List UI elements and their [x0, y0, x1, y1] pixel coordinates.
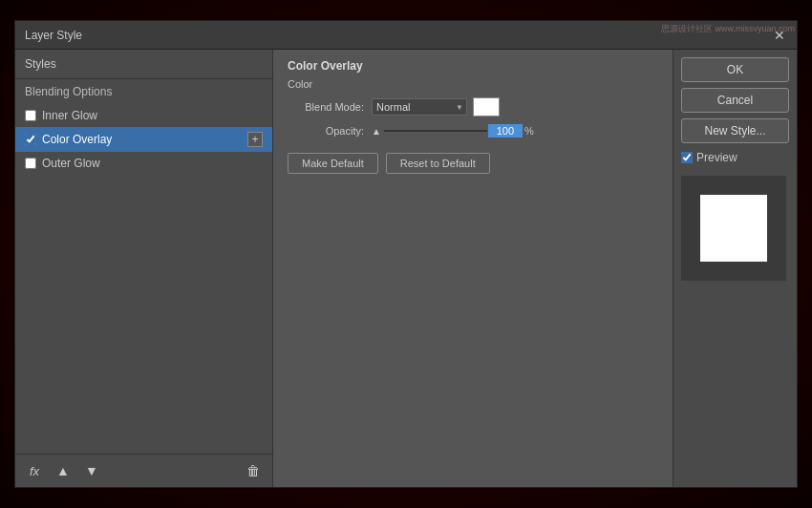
inner-glow-checkbox[interactable] — [25, 110, 36, 121]
delete-button[interactable]: 🗑 — [242, 461, 265, 480]
cancel-button[interactable]: Cancel — [681, 88, 789, 113]
right-panel: OK Cancel New Style... Preview — [673, 50, 797, 487]
outer-glow-label: Outer Glow — [42, 157, 100, 170]
blend-mode-wrapper: Normal Multiply Screen Overlay Darken Li… — [372, 98, 467, 116]
opacity-slider[interactable] — [383, 129, 488, 133]
slider-container: ▲ — [372, 126, 488, 137]
subsection-title: Color — [288, 78, 658, 90]
blend-mode-select[interactable]: Normal Multiply Screen Overlay Darken Li… — [372, 98, 467, 116]
slider-icon: ▲ — [372, 126, 381, 137]
preview-inner-white — [700, 195, 767, 262]
left-panel-footer: fx ▲ ▼ 🗑 — [15, 454, 272, 487]
watermark: 思源设计社区 www.missvyuan.com — [661, 23, 795, 35]
inner-glow-item[interactable]: Inner Glow — [15, 104, 272, 127]
blend-mode-row: Blend Mode: Normal Multiply Screen Overl… — [288, 97, 658, 116]
layer-style-dialog: Layer Style ✕ Styles Blending Options In… — [14, 20, 798, 488]
styles-header: Styles — [15, 50, 272, 79]
preview-box — [681, 176, 786, 281]
outer-glow-checkbox[interactable] — [25, 158, 36, 169]
dialog-title: Layer Style — [25, 29, 82, 42]
color-swatch[interactable] — [473, 97, 500, 116]
dialog-body: Styles Blending Options Inner Glow Color… — [15, 50, 797, 487]
blending-options-label: Blending Options — [15, 79, 272, 104]
color-overlay-checkbox[interactable] — [25, 134, 36, 145]
move-up-button[interactable]: ▲ — [52, 461, 75, 480]
section-title: Color Overlay — [288, 59, 658, 73]
center-panel: Color Overlay Color Blend Mode: Normal M… — [273, 50, 673, 487]
color-overlay-item[interactable]: Color Overlay + — [15, 127, 272, 152]
action-buttons: Make Default Reset to Default — [288, 153, 658, 174]
blend-mode-label: Blend Mode: — [288, 101, 364, 113]
move-down-button[interactable]: ▼ — [80, 461, 103, 480]
preview-row: Preview — [681, 149, 789, 166]
left-panel: Styles Blending Options Inner Glow Color… — [15, 50, 273, 487]
ok-button[interactable]: OK — [681, 57, 789, 82]
color-overlay-label: Color Overlay — [42, 133, 112, 146]
color-overlay-add-button[interactable]: + — [247, 132, 263, 147]
fx-button[interactable]: fx — [23, 461, 46, 480]
outer-glow-item[interactable]: Outer Glow — [15, 152, 272, 175]
reset-to-default-button[interactable]: Reset to Default — [386, 153, 490, 174]
preview-checkbox[interactable] — [681, 152, 693, 163]
opacity-label: Opacity: — [288, 125, 364, 137]
new-style-button[interactable]: New Style... — [681, 118, 789, 143]
preview-label: Preview — [696, 151, 737, 164]
opacity-row: Opacity: ▲ % — [288, 124, 658, 138]
inner-glow-label: Inner Glow — [42, 109, 97, 122]
opacity-input[interactable] — [488, 124, 523, 138]
make-default-button[interactable]: Make Default — [288, 153, 378, 174]
styles-list: Blending Options Inner Glow Color Overla… — [15, 79, 272, 454]
percent-label: % — [524, 125, 534, 137]
